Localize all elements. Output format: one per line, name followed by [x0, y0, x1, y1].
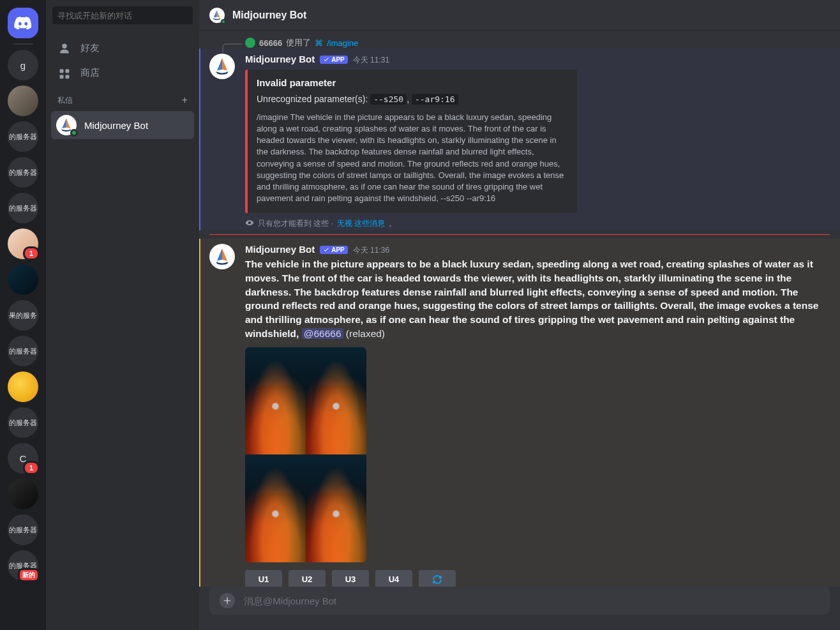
app-badge: APP	[320, 56, 348, 64]
server-generic[interactable]: 的服务器	[8, 514, 38, 545]
dm-item-midjourney[interactable]: Midjourney Bot	[51, 111, 194, 139]
server-elephant[interactable]	[8, 86, 38, 116]
chat-header: Midjourney Bot	[199, 0, 840, 31]
server-generic[interactable]: 的服务器	[8, 193, 38, 223]
avatar[interactable]	[209, 54, 235, 79]
param-code: --s250	[370, 94, 407, 105]
dm-name: Midjourney Bot	[84, 120, 148, 131]
u4-button[interactable]: U4	[375, 570, 412, 587]
friends-label: 好友	[80, 42, 100, 54]
online-status-icon	[70, 129, 78, 137]
chat-title: Midjourney Bot	[232, 10, 306, 21]
new-message-divider	[209, 234, 830, 235]
server-generic[interactable]: 的服务器	[8, 157, 38, 188]
error-embed: Invalid parameter Unrecognized parameter…	[245, 70, 577, 213]
message-input[interactable]	[244, 596, 820, 606]
server-g[interactable]: g	[8, 50, 38, 80]
app-badge: APP	[320, 246, 348, 254]
avatar	[209, 8, 225, 23]
svg-rect-0	[60, 69, 64, 73]
friends-icon	[57, 43, 71, 54]
dm-nav: 好友 商店	[46, 31, 199, 86]
discord-home-icon[interactable]	[8, 8, 38, 38]
reply-user: 66666	[259, 38, 282, 48]
reply-context[interactable]: 66666 使用了 ⌘ /imagine	[199, 37, 840, 49]
user-mention[interactable]: @66666	[302, 328, 343, 339]
messages-container: 66666 使用了 ⌘ /imagine Midjourney Bot APP …	[199, 31, 840, 587]
avatar[interactable]	[209, 244, 235, 269]
server-separator	[13, 43, 33, 45]
server-gold[interactable]	[8, 371, 38, 402]
svg-rect-2	[60, 75, 64, 79]
friends-nav[interactable]: 好友	[51, 36, 194, 61]
server-anime[interactable]: 1	[8, 229, 38, 259]
embed-title: Invalid parameter	[257, 77, 567, 88]
command-icon: ⌘	[315, 38, 323, 48]
message-ephemeral-error: Midjourney Bot APP 今天 11:31 Invalid para…	[199, 49, 840, 230]
store-label: 商店	[80, 67, 100, 79]
dm-section-label: 私信	[57, 95, 73, 106]
store-icon	[57, 68, 71, 79]
server-generic[interactable]: 的服务器新的	[8, 550, 38, 581]
reply-avatar	[245, 38, 255, 48]
svg-rect-3	[66, 75, 70, 79]
dm-section-header: 私信 +	[46, 86, 199, 110]
image-cell	[245, 454, 306, 562]
server-generic[interactable]: 的服务器	[8, 121, 38, 152]
u1-button[interactable]: U1	[245, 570, 282, 587]
chat-main: Midjourney Bot 66666 使用了 ⌘ /imagine Midj…	[199, 0, 840, 630]
embed-smalltext: /imagine The vehicle in the picture appe…	[257, 112, 567, 205]
u2-button[interactable]: U2	[289, 570, 326, 587]
server-tech[interactable]	[8, 264, 38, 295]
dismiss-link[interactable]: 无视 这些消息	[337, 218, 385, 229]
server-generic[interactable]: 果的服务	[8, 300, 38, 331]
embed-description: Unrecognized parameter(s): --s250, --ar9…	[257, 93, 567, 105]
store-nav[interactable]: 商店	[51, 61, 194, 86]
server-generic[interactable]: 的服务器	[8, 336, 38, 366]
reroll-button[interactable]	[419, 570, 456, 587]
eye-icon	[245, 218, 254, 229]
create-dm-button[interactable]: +	[182, 94, 188, 106]
image-cell	[306, 454, 366, 562]
image-cell	[306, 347, 366, 455]
u3-button[interactable]: U3	[332, 570, 369, 587]
image-cell	[245, 347, 306, 455]
upscale-row: U1 U2 U3 U4	[245, 570, 830, 587]
server-c[interactable]: C1	[8, 443, 38, 474]
search-input[interactable]	[57, 11, 188, 20]
dm-sidebar: 好友 商店 私信 + Midjourney Bot	[46, 0, 199, 630]
message-composer[interactable]	[209, 587, 830, 615]
generated-image-grid[interactable]	[245, 347, 366, 562]
message-author[interactable]: Midjourney Bot	[245, 54, 315, 64]
svg-rect-1	[66, 69, 70, 73]
server-dark[interactable]	[8, 479, 38, 509]
server-list: g 的服务器 的服务器 的服务器 1 果的服务 的服务器 的服务器 C1 的服务…	[0, 0, 46, 630]
message-timestamp: 今天 11:31	[353, 55, 389, 66]
ephemeral-note: 只有您才能看到 这些 · 无视 这些消息。	[245, 218, 830, 229]
avatar	[56, 115, 77, 135]
search-box[interactable]	[52, 6, 193, 24]
attach-button[interactable]	[220, 593, 235, 608]
param-code: --ar9:16	[412, 94, 458, 105]
reply-used: 使用了	[286, 37, 311, 49]
message-timestamp: 今天 11:36	[353, 245, 389, 256]
online-status-icon	[221, 19, 226, 24]
relaxed-suffix: (relaxed)	[343, 328, 385, 339]
prompt-text: The vehicle in the picture appears to be…	[245, 257, 830, 340]
message-result: Midjourney Bot APP 今天 11:36 The vehicle …	[199, 239, 840, 587]
server-generic[interactable]: 的服务器	[8, 407, 38, 438]
reply-command: /imagine	[327, 38, 358, 48]
message-author[interactable]: Midjourney Bot	[245, 244, 315, 255]
